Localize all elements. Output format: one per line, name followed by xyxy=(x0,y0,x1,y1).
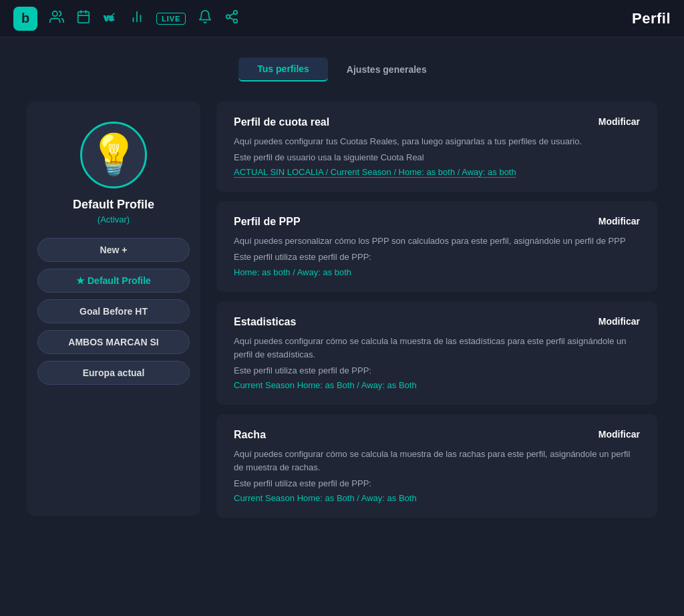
svg-line-13 xyxy=(230,13,234,15)
card-desc-estadisticas-1: Aquí puedes configurar cómo se calcula l… xyxy=(234,335,640,361)
calendar-icon[interactable] xyxy=(76,9,91,28)
svg-line-12 xyxy=(230,17,234,20)
svg-text:vs: vs xyxy=(104,12,114,22)
card-desc-ppp-1: Aquí puedes personalizar cómo los PPP so… xyxy=(234,235,640,248)
nav-left: b vs xyxy=(13,7,632,31)
card-header-racha: Racha Modificar xyxy=(234,429,640,441)
profile-list: New + ★ Default Profile Goal Before HT A… xyxy=(37,238,190,385)
card-desc-cuota-2: Este perfil de usuario usa la siguiente … xyxy=(234,151,640,164)
modify-ppp-button[interactable]: Modificar xyxy=(598,216,640,226)
card-desc-cuota-1: Aquí puedes configurar tus Cuotas Reales… xyxy=(234,135,640,148)
card-estadisticas: Estadisticas Modificar Aquí puedes confi… xyxy=(216,301,657,405)
card-title-estadisticas: Estadisticas xyxy=(234,316,296,328)
profile-name: Default Profile xyxy=(73,198,154,212)
versus-icon[interactable]: vs xyxy=(103,9,118,28)
new-profile-button[interactable]: New + xyxy=(37,238,190,262)
profile-item-europa[interactable]: Europa actual xyxy=(37,361,190,385)
tabs-row: Tus perfiles Ajustes generales xyxy=(27,57,657,82)
card-desc-racha-2: Este perfil utiliza este perfil de PPP: xyxy=(234,477,640,490)
card-value-ppp: Home: as both / Away: as both xyxy=(234,267,640,277)
card-desc-ppp-2: Este perfil utiliza este perfil de PPP: xyxy=(234,251,640,264)
card-value-cuota: ACTUAL SIN LOCALIA / Current Season / Ho… xyxy=(234,167,640,177)
bell-icon[interactable] xyxy=(198,9,212,28)
svg-point-0 xyxy=(53,11,57,15)
card-value-racha: Current Season Home: as Both / Away: as … xyxy=(234,493,640,503)
profile-layout: 💡 Default Profile (Activar) New + ★ Defa… xyxy=(27,102,657,518)
svg-rect-1 xyxy=(78,11,90,22)
card-cuota-real: Perfil de cuota real Modificar Aquí pued… xyxy=(216,102,657,192)
card-value-estadisticas: Current Season Home: as Both / Away: as … xyxy=(234,380,640,390)
card-racha: Racha Modificar Aquí puedes configurar c… xyxy=(216,414,657,518)
chart-icon[interactable] xyxy=(130,9,144,28)
activate-link[interactable]: (Activar) xyxy=(98,214,130,224)
top-navigation: b vs xyxy=(0,0,684,37)
page-title: Perfil xyxy=(632,10,671,27)
card-header-ppp: Perfil de PPP Modificar xyxy=(234,216,640,228)
card-title-cuota: Perfil de cuota real xyxy=(234,116,329,128)
tab-tus-perfiles[interactable]: Tus perfiles xyxy=(238,57,328,82)
card-desc-racha-1: Aquí puedes configurar cómo se calcula l… xyxy=(234,448,640,474)
tab-ajustes-generales[interactable]: Ajustes generales xyxy=(328,57,446,82)
logo-button[interactable]: b xyxy=(13,7,37,31)
card-desc-estadisticas-2: Este perfil utiliza este perfil de PPP: xyxy=(234,364,640,377)
card-title-ppp: Perfil de PPP xyxy=(234,216,301,228)
live-badge[interactable]: LIVE xyxy=(156,13,186,25)
card-header-estadisticas: Estadisticas Modificar xyxy=(234,316,640,328)
main-content: Tus perfiles Ajustes generales 💡 Default… xyxy=(0,37,684,538)
modify-estadisticas-button[interactable]: Modificar xyxy=(598,316,640,327)
profile-item-ambos[interactable]: AMBOS MARCAN SI xyxy=(37,330,190,354)
modify-racha-button[interactable]: Modificar xyxy=(598,429,640,440)
profile-detail: Perfil de cuota real Modificar Aquí pued… xyxy=(216,102,657,518)
profile-item-default[interactable]: ★ Default Profile xyxy=(37,269,190,293)
card-title-racha: Racha xyxy=(234,429,266,441)
share-icon[interactable] xyxy=(224,9,239,28)
modify-cuota-button[interactable]: Modificar xyxy=(598,116,640,127)
user-friends-icon[interactable] xyxy=(49,9,64,28)
profile-sidebar: 💡 Default Profile (Activar) New + ★ Defa… xyxy=(27,102,200,516)
profile-item-goal-before-ht[interactable]: Goal Before HT xyxy=(37,299,190,323)
avatar: 💡 xyxy=(80,122,147,188)
card-header-cuota: Perfil de cuota real Modificar xyxy=(234,116,640,128)
card-ppp: Perfil de PPP Modificar Aquí puedes pers… xyxy=(216,201,657,291)
avatar-emoji: 💡 xyxy=(89,135,139,175)
